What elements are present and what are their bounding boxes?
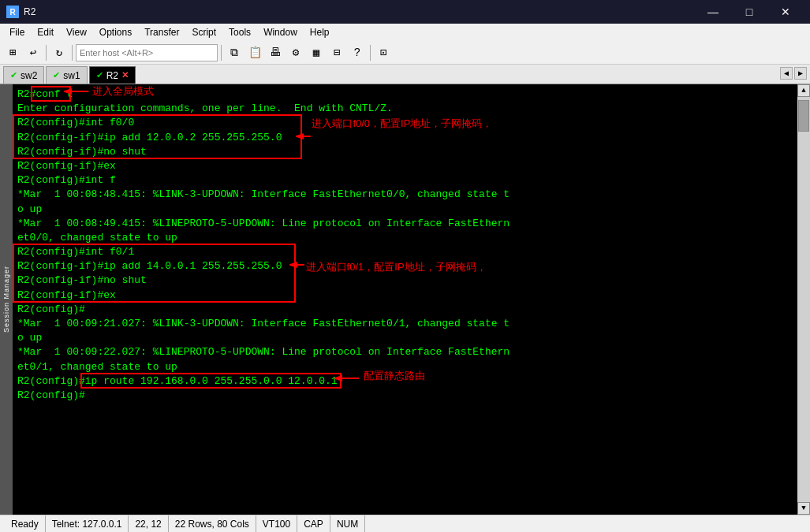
app-icon: R bbox=[6, 6, 19, 18]
terminal-line: R2(config-if)#ip add 14.0.0.1 255.255.25… bbox=[17, 259, 793, 273]
menu-transfer[interactable]: Transfer bbox=[138, 25, 185, 39]
titlebar-left: R R2 bbox=[6, 6, 35, 18]
tabbar: ✔ sw2 ✔ sw1 ✔ R2 ✕ ◀ ▶ bbox=[0, 65, 810, 84]
tab-sw2-check: ✔ bbox=[10, 70, 17, 80]
toolbar-connect[interactable]: ⊞ bbox=[3, 43, 22, 62]
tab-navigation: ◀ ▶ bbox=[780, 67, 807, 80]
toolbar-sep4 bbox=[370, 45, 371, 61]
main-area: Session Manager R2#conf tEnter configura… bbox=[0, 84, 810, 515]
menu-script[interactable]: Script bbox=[185, 25, 222, 39]
terminal-line: R2#conf t bbox=[17, 87, 793, 102]
window-title: R2 bbox=[24, 6, 35, 17]
tab-r2-label: R2 bbox=[106, 70, 118, 81]
maximize-button[interactable]: □ bbox=[731, 0, 767, 24]
status-vt: VT100 bbox=[256, 515, 297, 532]
minimize-button[interactable]: — bbox=[695, 0, 731, 24]
statusbar: Ready Telnet: 127.0.0.1 22, 12 22 Rows, … bbox=[0, 515, 810, 532]
tab-sw1-label: sw1 bbox=[63, 70, 80, 81]
menu-edit[interactable]: Edit bbox=[31, 25, 60, 39]
toolbar-help[interactable]: ? bbox=[348, 43, 367, 62]
tab-sw1[interactable]: ✔ sw1 bbox=[46, 66, 87, 84]
terminal-line: R2(config)#ip route 192.168.0.0 255.255.… bbox=[17, 374, 793, 389]
toolbar: ⊞ ↩ ↻ ⧉ 📋 🖶 ⚙ ▦ ⊟ ? ⊡ bbox=[0, 41, 810, 65]
host-input[interactable] bbox=[76, 44, 218, 61]
terminal-line: R2(config)# bbox=[17, 303, 793, 317]
terminal-line: *Mar 1 00:09:21.027: %LINK-3-UPDOWN: Int… bbox=[17, 317, 793, 331]
titlebar: R R2 — □ ✕ bbox=[0, 0, 810, 24]
scroll-up-button[interactable]: ▲ bbox=[797, 84, 810, 97]
terminal-line: R2(config)# bbox=[17, 389, 793, 403]
toolbar-log[interactable]: ▦ bbox=[307, 43, 326, 62]
toolbar-copy[interactable]: ⧉ bbox=[225, 43, 244, 62]
terminal-line: R2(config)#int f bbox=[17, 173, 793, 188]
scrollbar-track[interactable] bbox=[797, 97, 810, 502]
session-label: Session Manager bbox=[2, 266, 10, 333]
toolbar-sep1 bbox=[46, 45, 47, 61]
toolbar-settings[interactable]: ⚙ bbox=[286, 43, 305, 62]
terminal-line: R2(config)#int f0/1 bbox=[17, 245, 793, 259]
toolbar-extra[interactable]: ⊡ bbox=[374, 43, 393, 62]
menu-view[interactable]: View bbox=[60, 25, 93, 39]
status-telnet: Telnet: 127.0.0.1 bbox=[46, 515, 129, 532]
menu-file[interactable]: File bbox=[3, 25, 31, 39]
terminal-line: R2(config-if)#ex bbox=[17, 159, 793, 173]
tab-next-button[interactable]: ▶ bbox=[794, 67, 807, 80]
toolbar-erase[interactable]: ⊟ bbox=[327, 43, 346, 62]
menu-options[interactable]: Options bbox=[93, 25, 138, 39]
tab-sw1-check: ✔ bbox=[53, 70, 60, 80]
terminal-line: *Mar 1 00:08:48.415: %LINK-3-UPDOWN: Int… bbox=[17, 188, 793, 202]
toolbar-paste[interactable]: 📋 bbox=[245, 43, 264, 62]
terminal-line: *Mar 1 00:08:49.415: %LINEPROTO-5-UPDOWN… bbox=[17, 217, 793, 231]
tab-sw2[interactable]: ✔ sw2 bbox=[3, 66, 44, 84]
tab-r2[interactable]: ✔ R2 ✕ bbox=[89, 66, 136, 84]
scrollbar-thumb[interactable] bbox=[798, 100, 809, 132]
titlebar-controls: — □ ✕ bbox=[695, 0, 804, 24]
toolbar-print[interactable]: 🖶 bbox=[266, 43, 285, 62]
terminal-line: *Mar 1 00:09:22.027: %LINEPROTO-5-UPDOWN… bbox=[17, 345, 793, 359]
terminal-line: R2(config-if)#ip add 12.0.0.2 255.255.25… bbox=[17, 131, 793, 145]
menu-window[interactable]: Window bbox=[257, 25, 304, 39]
toolbar-disconnect[interactable]: ↩ bbox=[24, 43, 43, 62]
tab-r2-check: ✔ bbox=[96, 70, 103, 80]
tab-prev-button[interactable]: ◀ bbox=[780, 67, 793, 80]
terminal-line: o up bbox=[17, 331, 793, 345]
scrollbar[interactable]: ▲ ▼ bbox=[797, 84, 810, 515]
status-num: NUM bbox=[330, 515, 365, 532]
menu-help[interactable]: Help bbox=[304, 25, 336, 39]
tab-sw2-label: sw2 bbox=[21, 70, 37, 81]
terminal-line: et0/0, changed state to up bbox=[17, 231, 793, 245]
close-button[interactable]: ✕ bbox=[767, 0, 804, 24]
terminal-line: R2(config-if)#no shut bbox=[17, 145, 793, 159]
terminal-line: o up bbox=[17, 203, 793, 217]
terminal-line: R2(config-if)#ex bbox=[17, 288, 793, 303]
tab-r2-close[interactable]: ✕ bbox=[121, 70, 129, 80]
status-cap: CAP bbox=[297, 515, 330, 532]
scroll-down-button[interactable]: ▼ bbox=[797, 502, 810, 515]
terminal-line: R2(config-if)#no shut bbox=[17, 273, 793, 288]
toolbar-sep3 bbox=[221, 45, 222, 61]
session-sidebar: Session Manager bbox=[0, 84, 13, 515]
toolbar-sep2 bbox=[72, 45, 73, 61]
status-rowcol: 22 Rows, 80 Cols bbox=[169, 515, 256, 532]
menubar: File Edit View Options Transfer Script T… bbox=[0, 24, 810, 41]
status-position: 22, 12 bbox=[129, 515, 168, 532]
terminal-line: Enter configuration commands, one per li… bbox=[17, 102, 793, 116]
toolbar-new[interactable]: ↻ bbox=[50, 43, 69, 62]
terminal-line: et0/1, changed state to up bbox=[17, 360, 793, 374]
status-ready: Ready bbox=[5, 515, 46, 532]
terminal[interactable]: R2#conf tEnter configuration commands, o… bbox=[13, 84, 797, 515]
menu-tools[interactable]: Tools bbox=[222, 25, 257, 39]
terminal-line: R2(config)#int f0/0 bbox=[17, 116, 793, 130]
